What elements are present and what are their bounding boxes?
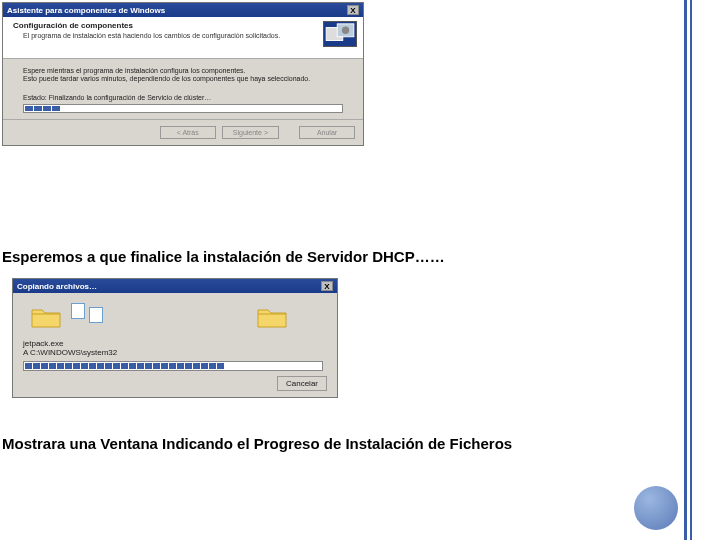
progress-segment <box>57 363 64 369</box>
next-button[interactable]: Siguiente > <box>222 126 279 139</box>
progress-segment <box>113 363 120 369</box>
wizard-header-subtitle: El programa de instalación está haciendo… <box>23 32 357 40</box>
progress-segment <box>49 363 56 369</box>
caption-wait-install: Esperemos a que finalice la instalación … <box>2 248 445 265</box>
copy-animation <box>23 299 327 337</box>
progress-segment <box>41 363 48 369</box>
wizard-header: Configuración de componentes El programa… <box>3 17 363 59</box>
copy-title: Copiando archivos… <box>17 282 97 291</box>
progress-segment <box>137 363 144 369</box>
progress-segment <box>65 363 72 369</box>
status-text: Finalizando la configuración de Servicio… <box>49 94 212 101</box>
cancel-button[interactable]: Anular <box>299 126 355 139</box>
progress-segment <box>33 363 40 369</box>
progress-segment <box>185 363 192 369</box>
status-row: Estado: Finalizando la configuración de … <box>23 94 353 101</box>
progress-segment <box>161 363 168 369</box>
copy-progress-bar <box>23 361 323 371</box>
progress-segment <box>34 106 42 111</box>
wizard-body: Espere mientras el programa de instalaci… <box>3 59 363 119</box>
slide-right-border <box>684 0 692 540</box>
progress-segment <box>73 363 80 369</box>
close-icon[interactable]: X <box>321 281 333 291</box>
wizard-buttons: < Atrás Siguiente > Anular <box>3 119 363 145</box>
file-icon <box>89 307 103 323</box>
progress-segment <box>89 363 96 369</box>
progress-segment <box>201 363 208 369</box>
progress-segment <box>52 106 60 111</box>
file-icon <box>71 303 85 319</box>
copy-path: A C:\WINDOWS\system32 <box>23 348 327 357</box>
component-icon <box>323 21 357 47</box>
wizard-header-title: Configuración de componentes <box>13 21 357 30</box>
wizard-window: Asistente para componentes de Windows X … <box>2 2 364 146</box>
back-button[interactable]: < Atrás <box>160 126 216 139</box>
wizard-body-line1: Espere mientras el programa de instalaci… <box>23 67 353 75</box>
wizard-title: Asistente para componentes de Windows <box>7 6 165 15</box>
copy-titlebar: Copiando archivos… X <box>13 279 337 293</box>
copy-filename: jetpack.exe <box>23 339 327 348</box>
wizard-titlebar: Asistente para componentes de Windows X <box>3 3 363 17</box>
svg-point-2 <box>342 27 349 34</box>
progress-segment <box>105 363 112 369</box>
progress-segment <box>153 363 160 369</box>
wizard-body-line2: Esto puede tardar varios minutos, depend… <box>23 75 353 83</box>
copy-cancel-button[interactable]: Cancelar <box>277 376 327 391</box>
progress-segment <box>193 363 200 369</box>
progress-segment <box>25 106 33 111</box>
progress-segment <box>97 363 104 369</box>
progress-segment <box>25 363 32 369</box>
progress-segment <box>177 363 184 369</box>
progress-bar <box>23 104 343 113</box>
progress-segment <box>169 363 176 369</box>
folder-icon <box>31 305 61 329</box>
copy-window: Copiando archivos… X jetpack.exe A C:\WI… <box>12 278 338 398</box>
status-label: Estado: <box>23 94 47 101</box>
progress-segment <box>209 363 216 369</box>
progress-segment <box>43 106 51 111</box>
caption-progress-window: Mostrara una Ventana Indicando el Progre… <box>2 435 512 452</box>
slide-decoration-circle <box>634 486 678 530</box>
close-icon[interactable]: X <box>347 5 359 15</box>
progress-segment <box>129 363 136 369</box>
progress-segment <box>145 363 152 369</box>
copy-body: jetpack.exe A C:\WINDOWS\system32 <box>13 293 337 397</box>
progress-segment <box>217 363 224 369</box>
folder-icon <box>257 305 287 329</box>
progress-segment <box>81 363 88 369</box>
progress-segment <box>121 363 128 369</box>
